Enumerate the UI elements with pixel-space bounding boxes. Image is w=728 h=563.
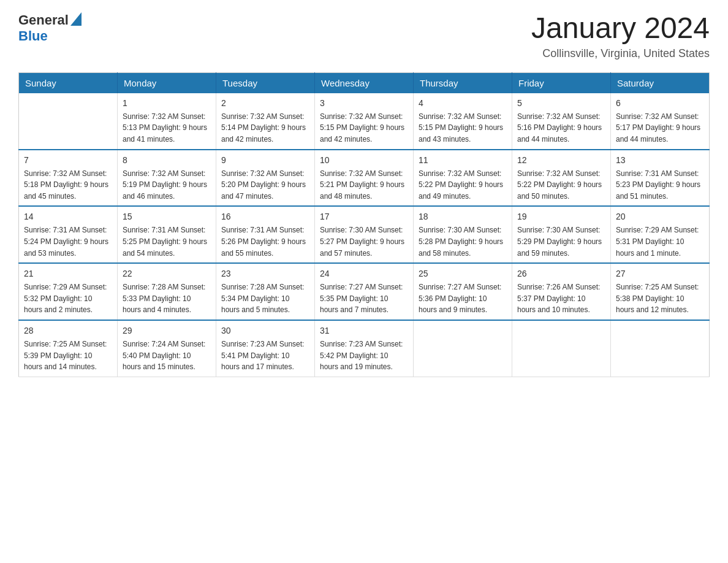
day-info: Sunrise: 7:32 AM Sunset: 5:22 PM Dayligh… [517, 168, 605, 202]
day-info: Sunrise: 7:32 AM Sunset: 5:14 PM Dayligh… [221, 111, 309, 145]
calendar-day-cell: 11Sunrise: 7:32 AM Sunset: 5:22 PM Dayli… [414, 150, 512, 207]
calendar-day-cell: 9Sunrise: 7:32 AM Sunset: 5:20 PM Daylig… [216, 150, 315, 207]
day-number: 9 [221, 154, 309, 167]
calendar-day-cell: 5Sunrise: 7:32 AM Sunset: 5:16 PM Daylig… [512, 93, 611, 150]
day-info: Sunrise: 7:32 AM Sunset: 5:20 PM Dayligh… [221, 168, 309, 202]
calendar-day-cell [512, 320, 611, 377]
day-number: 2 [221, 97, 309, 110]
calendar-day-cell: 29Sunrise: 7:24 AM Sunset: 5:40 PM Dayli… [118, 320, 216, 377]
calendar-day-cell: 24Sunrise: 7:27 AM Sunset: 5:35 PM Dayli… [315, 263, 414, 320]
calendar-day-cell: 12Sunrise: 7:32 AM Sunset: 5:22 PM Dayli… [512, 150, 611, 207]
day-info: Sunrise: 7:25 AM Sunset: 5:39 PM Dayligh… [24, 339, 112, 373]
logo: General Blue [18, 12, 82, 44]
day-number: 31 [320, 324, 408, 337]
day-info: Sunrise: 7:32 AM Sunset: 5:19 PM Dayligh… [123, 168, 211, 202]
calendar-day-cell: 22Sunrise: 7:28 AM Sunset: 5:33 PM Dayli… [118, 263, 216, 320]
calendar-day-cell: 8Sunrise: 7:32 AM Sunset: 5:19 PM Daylig… [118, 150, 216, 207]
calendar-day-cell: 28Sunrise: 7:25 AM Sunset: 5:39 PM Dayli… [19, 320, 118, 377]
calendar-day-cell: 3Sunrise: 7:32 AM Sunset: 5:15 PM Daylig… [315, 93, 414, 150]
calendar-day-cell [414, 320, 512, 377]
month-title: January 2024 [531, 12, 710, 45]
day-number: 30 [221, 324, 309, 337]
day-number: 7 [24, 154, 112, 167]
calendar-week-row: 1Sunrise: 7:32 AM Sunset: 5:13 PM Daylig… [19, 93, 710, 150]
day-number: 1 [123, 97, 211, 110]
day-info: Sunrise: 7:30 AM Sunset: 5:29 PM Dayligh… [517, 224, 605, 259]
day-number: 20 [616, 210, 704, 223]
day-number: 4 [419, 97, 507, 110]
day-number: 14 [24, 210, 112, 223]
weekday-header: Monday [118, 72, 216, 93]
logo-general: General [18, 12, 69, 28]
day-info: Sunrise: 7:32 AM Sunset: 5:13 PM Dayligh… [123, 111, 211, 145]
calendar-week-row: 28Sunrise: 7:25 AM Sunset: 5:39 PM Dayli… [19, 320, 710, 377]
weekday-header: Sunday [19, 72, 118, 93]
day-info: Sunrise: 7:29 AM Sunset: 5:32 PM Dayligh… [24, 282, 112, 316]
day-number: 15 [123, 210, 211, 223]
calendar-day-cell: 20Sunrise: 7:29 AM Sunset: 5:31 PM Dayli… [611, 206, 710, 263]
logo-blue: Blue [18, 28, 48, 44]
calendar-day-cell: 6Sunrise: 7:32 AM Sunset: 5:17 PM Daylig… [611, 93, 710, 150]
day-number: 3 [320, 97, 408, 110]
day-info: Sunrise: 7:32 AM Sunset: 5:22 PM Dayligh… [419, 168, 507, 202]
title-section: January 2024 Collinsville, Virginia, Uni… [531, 12, 710, 60]
day-info: Sunrise: 7:30 AM Sunset: 5:28 PM Dayligh… [419, 224, 507, 259]
day-info: Sunrise: 7:28 AM Sunset: 5:34 PM Dayligh… [221, 282, 309, 316]
calendar-day-cell: 18Sunrise: 7:30 AM Sunset: 5:28 PM Dayli… [414, 206, 512, 263]
calendar-week-row: 7Sunrise: 7:32 AM Sunset: 5:18 PM Daylig… [19, 150, 710, 207]
day-info: Sunrise: 7:32 AM Sunset: 5:18 PM Dayligh… [24, 168, 112, 202]
day-info: Sunrise: 7:23 AM Sunset: 5:41 PM Dayligh… [221, 339, 309, 373]
day-number: 11 [419, 154, 507, 167]
day-info: Sunrise: 7:32 AM Sunset: 5:15 PM Dayligh… [320, 111, 408, 145]
day-info: Sunrise: 7:27 AM Sunset: 5:36 PM Dayligh… [419, 282, 507, 316]
weekday-header: Friday [512, 72, 611, 93]
logo-triangle-icon [70, 12, 82, 28]
calendar-day-cell: 21Sunrise: 7:29 AM Sunset: 5:32 PM Dayli… [19, 263, 118, 320]
day-number: 16 [221, 210, 309, 223]
day-number: 6 [616, 97, 704, 110]
location-subtitle: Collinsville, Virginia, United States [531, 47, 710, 60]
day-number: 10 [320, 154, 408, 167]
day-number: 19 [517, 210, 605, 223]
day-info: Sunrise: 7:31 AM Sunset: 5:23 PM Dayligh… [616, 168, 704, 202]
calendar-day-cell: 4Sunrise: 7:32 AM Sunset: 5:15 PM Daylig… [414, 93, 512, 150]
calendar-day-cell: 27Sunrise: 7:25 AM Sunset: 5:38 PM Dayli… [611, 263, 710, 320]
day-info: Sunrise: 7:24 AM Sunset: 5:40 PM Dayligh… [123, 339, 211, 373]
calendar-day-cell: 1Sunrise: 7:32 AM Sunset: 5:13 PM Daylig… [118, 93, 216, 150]
weekday-header: Thursday [414, 72, 512, 93]
calendar-day-cell: 13Sunrise: 7:31 AM Sunset: 5:23 PM Dayli… [611, 150, 710, 207]
calendar-day-cell: 26Sunrise: 7:26 AM Sunset: 5:37 PM Dayli… [512, 263, 611, 320]
calendar-day-cell: 25Sunrise: 7:27 AM Sunset: 5:36 PM Dayli… [414, 263, 512, 320]
day-info: Sunrise: 7:32 AM Sunset: 5:16 PM Dayligh… [517, 111, 605, 145]
weekday-header: Saturday [611, 72, 710, 93]
calendar-day-cell: 23Sunrise: 7:28 AM Sunset: 5:34 PM Dayli… [216, 263, 315, 320]
day-number: 17 [320, 210, 408, 223]
calendar-day-cell: 31Sunrise: 7:23 AM Sunset: 5:42 PM Dayli… [315, 320, 414, 377]
day-info: Sunrise: 7:25 AM Sunset: 5:38 PM Dayligh… [616, 282, 704, 316]
day-info: Sunrise: 7:31 AM Sunset: 5:25 PM Dayligh… [123, 224, 211, 259]
calendar-day-cell: 16Sunrise: 7:31 AM Sunset: 5:26 PM Dayli… [216, 206, 315, 263]
day-number: 27 [616, 267, 704, 280]
day-number: 18 [419, 210, 507, 223]
day-info: Sunrise: 7:29 AM Sunset: 5:31 PM Dayligh… [616, 224, 704, 259]
day-info: Sunrise: 7:23 AM Sunset: 5:42 PM Dayligh… [320, 339, 408, 373]
calendar-day-cell: 7Sunrise: 7:32 AM Sunset: 5:18 PM Daylig… [19, 150, 118, 207]
day-number: 28 [24, 324, 112, 337]
day-number: 5 [517, 97, 605, 110]
calendar-day-cell: 10Sunrise: 7:32 AM Sunset: 5:21 PM Dayli… [315, 150, 414, 207]
day-number: 24 [320, 267, 408, 280]
calendar-day-cell: 14Sunrise: 7:31 AM Sunset: 5:24 PM Dayli… [19, 206, 118, 263]
day-info: Sunrise: 7:26 AM Sunset: 5:37 PM Dayligh… [517, 282, 605, 316]
page-header: General Blue January 2024 Collinsville, … [18, 12, 710, 60]
day-number: 8 [123, 154, 211, 167]
calendar-table: SundayMondayTuesdayWednesdayThursdayFrid… [18, 72, 710, 377]
calendar-day-cell [611, 320, 710, 377]
weekday-header: Tuesday [216, 72, 315, 93]
calendar-week-row: 14Sunrise: 7:31 AM Sunset: 5:24 PM Dayli… [19, 206, 710, 263]
day-info: Sunrise: 7:30 AM Sunset: 5:27 PM Dayligh… [320, 224, 408, 259]
day-number: 21 [24, 267, 112, 280]
day-info: Sunrise: 7:32 AM Sunset: 5:17 PM Dayligh… [616, 111, 704, 145]
day-info: Sunrise: 7:31 AM Sunset: 5:24 PM Dayligh… [24, 224, 112, 259]
calendar-week-row: 21Sunrise: 7:29 AM Sunset: 5:32 PM Dayli… [19, 263, 710, 320]
day-number: 29 [123, 324, 211, 337]
